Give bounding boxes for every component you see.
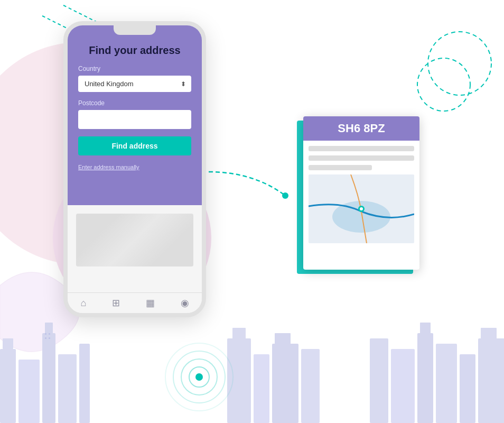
phone-bottom-nav: ⌂ ⊞ ▦ ◉ [68, 292, 202, 313]
svg-rect-20 [301, 349, 320, 423]
find-address-button[interactable]: Find address [78, 136, 191, 155]
svg-rect-24 [420, 323, 431, 336]
svg-rect-30 [49, 333, 50, 335]
city-skyline [0, 307, 504, 423]
user-icon[interactable]: ◉ [181, 297, 189, 309]
postcode-label: Postcode [78, 99, 191, 107]
radar-center [195, 373, 203, 381]
svg-rect-11 [42, 333, 55, 423]
svg-rect-17 [254, 354, 269, 423]
shop-icon[interactable]: ⊞ [112, 297, 120, 309]
svg-rect-31 [45, 337, 46, 339]
svg-rect-29 [45, 333, 46, 335]
svg-rect-14 [79, 344, 90, 423]
country-select[interactable]: United Kingdom United States France Germ… [78, 76, 191, 92]
svg-point-4 [282, 192, 288, 199]
phone-screen-form: Find your address Country United Kingdom… [68, 25, 202, 205]
map-card-line-3 [309, 165, 372, 170]
phone-notch [114, 25, 156, 35]
calendar-icon[interactable]: ▦ [146, 297, 155, 309]
country-label: Country [78, 65, 191, 72]
svg-point-3 [428, 32, 491, 95]
map-card-line-1 [309, 146, 414, 151]
map-card-line-2 [309, 155, 414, 161]
svg-rect-13 [58, 354, 77, 423]
enter-address-manually-link[interactable]: Enter address manually [78, 164, 139, 170]
svg-point-2 [417, 58, 470, 111]
form-title: Find your address [78, 44, 191, 57]
map-card-container: SH6 8PZ [303, 116, 419, 270]
svg-rect-19 [275, 333, 291, 346]
svg-rect-32 [49, 337, 50, 339]
postcode-input[interactable] [78, 110, 191, 129]
svg-rect-21 [370, 338, 388, 423]
radar-container [195, 373, 203, 381]
svg-rect-25 [436, 344, 457, 423]
svg-rect-12 [45, 323, 53, 336]
svg-rect-18 [272, 344, 298, 423]
svg-point-7 [360, 207, 363, 210]
svg-rect-28 [481, 328, 497, 341]
map-svg [309, 174, 414, 243]
country-select-wrapper[interactable]: United Kingdom United States France Germ… [78, 76, 191, 92]
svg-rect-16 [232, 328, 246, 341]
phone-mockup: Find your address Country United Kingdom… [63, 21, 206, 317]
svg-rect-9 [3, 338, 13, 349]
svg-rect-23 [417, 333, 433, 423]
map-card: SH6 8PZ [303, 116, 419, 270]
map-card-postcode: SH6 8PZ [303, 116, 419, 141]
phone-frame: Find your address Country United Kingdom… [63, 21, 206, 317]
svg-rect-10 [18, 360, 40, 423]
map-placeholder [76, 214, 193, 266]
svg-rect-27 [478, 338, 504, 423]
svg-rect-22 [391, 349, 415, 423]
map-card-body [303, 141, 419, 249]
home-icon[interactable]: ⌂ [80, 298, 86, 309]
map-visual [309, 174, 414, 243]
svg-rect-8 [0, 349, 16, 423]
svg-rect-26 [460, 354, 475, 423]
